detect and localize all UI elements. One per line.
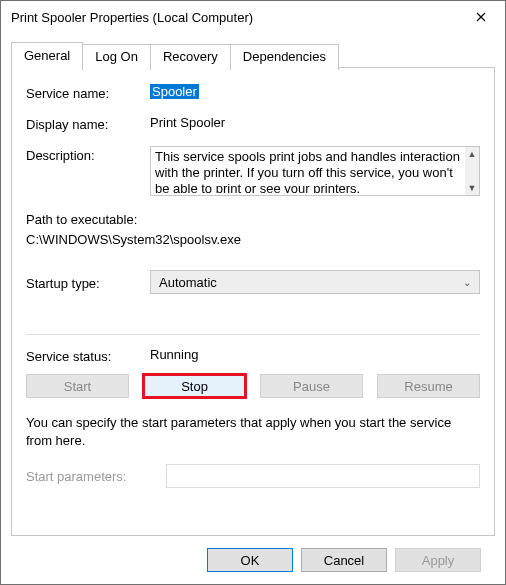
description-label: Description: (26, 146, 150, 163)
startup-type-value: Automatic (159, 275, 217, 290)
service-status-label: Service status: (26, 347, 150, 364)
resume-button: Resume (377, 374, 480, 398)
description-box: This service spools print jobs and handl… (150, 146, 480, 196)
tab-panel-general: Service name: Spooler Display name: Prin… (11, 67, 495, 536)
tab-general[interactable]: General (11, 42, 83, 68)
description-text[interactable]: This service spools print jobs and handl… (155, 149, 463, 193)
display-name-label: Display name: (26, 115, 150, 132)
tab-logon[interactable]: Log On (82, 44, 151, 70)
service-name-label: Service name: (26, 84, 150, 101)
close-button[interactable] (461, 3, 501, 31)
properties-window: Print Spooler Properties (Local Computer… (0, 0, 506, 585)
client-area: General Log On Recovery Dependencies Ser… (1, 33, 505, 584)
start-button: Start (26, 374, 129, 398)
titlebar: Print Spooler Properties (Local Computer… (1, 1, 505, 33)
startup-type-label: Startup type: (26, 274, 150, 291)
close-icon (476, 12, 486, 22)
startup-type-select[interactable]: Automatic ⌄ (150, 270, 480, 294)
scroll-down-icon[interactable]: ▼ (468, 183, 477, 193)
pause-button: Pause (260, 374, 363, 398)
start-params-help: You can specify the start parameters tha… (26, 414, 480, 450)
tab-recovery[interactable]: Recovery (150, 44, 231, 70)
dialog-footer: OK Cancel Apply (11, 536, 495, 584)
window-title: Print Spooler Properties (Local Computer… (11, 10, 461, 25)
description-scrollbar[interactable]: ▲ ▼ (465, 147, 479, 195)
display-name-value: Print Spooler (150, 115, 480, 130)
service-name-value[interactable]: Spooler (150, 84, 199, 99)
start-params-input (166, 464, 480, 488)
path-value: C:\WINDOWS\System32\spoolsv.exe (26, 230, 480, 250)
scroll-up-icon[interactable]: ▲ (468, 149, 477, 159)
chevron-down-icon: ⌄ (463, 277, 471, 288)
start-params-label: Start parameters: (26, 469, 166, 484)
divider (26, 334, 480, 335)
tab-dependencies[interactable]: Dependencies (230, 44, 339, 70)
tab-strip: General Log On Recovery Dependencies (11, 41, 495, 67)
service-status-value: Running (150, 347, 480, 362)
apply-button: Apply (395, 548, 481, 572)
cancel-button[interactable]: Cancel (301, 548, 387, 572)
path-label: Path to executable: (26, 210, 480, 230)
service-control-buttons: Start Stop Pause Resume (26, 374, 480, 398)
ok-button[interactable]: OK (207, 548, 293, 572)
stop-button[interactable]: Stop (143, 374, 246, 398)
